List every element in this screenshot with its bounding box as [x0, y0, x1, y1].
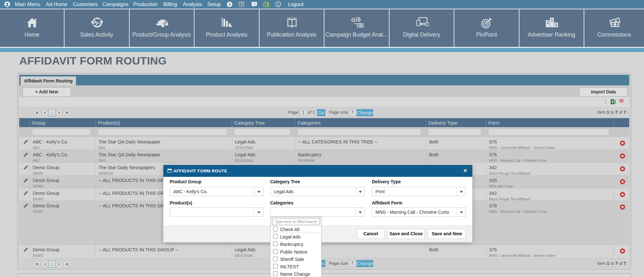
svg-text:2: 2 [546, 21, 549, 25]
svg-text:8: 8 [228, 3, 230, 6]
svg-text:3: 3 [555, 23, 557, 27]
svg-text:1: 1 [551, 18, 553, 22]
svg-text:X: X [611, 100, 614, 104]
svg-text:PDF: PDF [619, 100, 623, 102]
